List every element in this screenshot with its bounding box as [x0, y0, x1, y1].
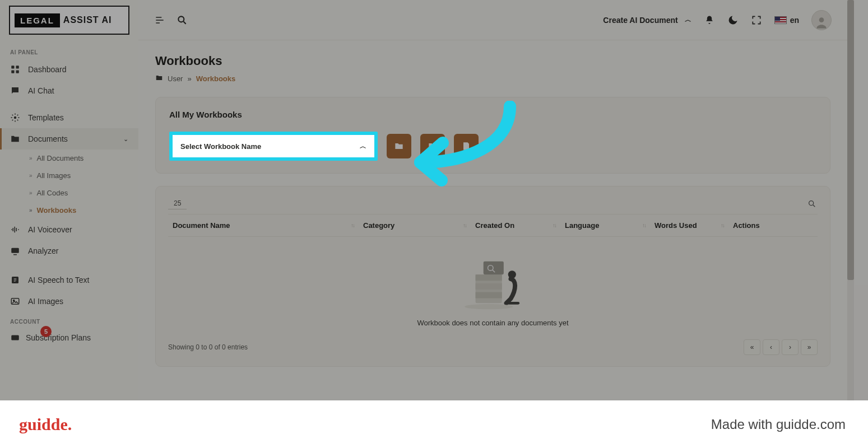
- workbook-action-1-button[interactable]: [387, 134, 411, 158]
- app-frame: LEGAL ASSIST AI AI PANEL Dashboard AI Ch…: [0, 0, 847, 400]
- th-doc-name-label: Document Name: [173, 221, 230, 230]
- showing-entries-text: Showing 0 to 0 of 0 entries: [168, 343, 248, 351]
- dark-mode-icon[interactable]: [727, 15, 739, 26]
- workbook-action-3-button[interactable]: [454, 134, 479, 158]
- workbooks-card: All My Workbooks Select Workbook Name ︿: [155, 97, 830, 174]
- svg-rect-1: [16, 66, 19, 68]
- th-doc-name[interactable]: Document Name↑↓: [168, 221, 359, 230]
- page-next-button[interactable]: ›: [782, 339, 799, 355]
- speech-icon: [10, 275, 20, 285]
- th-actions-label: Actions: [733, 221, 760, 230]
- empty-state-text: Workbook does not contain any documents …: [417, 319, 568, 327]
- brand-left: LEGAL: [15, 13, 60, 27]
- th-created-on-label: Created On: [475, 221, 514, 230]
- section-ai-panel: AI PANEL: [0, 43, 138, 59]
- th-words-used[interactable]: Words Used↑↓: [650, 221, 728, 230]
- nav-dashboard-label: Dashboard: [28, 65, 128, 74]
- table-search-icon[interactable]: [806, 198, 818, 209]
- nav-templates-label: Templates: [28, 113, 128, 122]
- subnav-all-images-label: All Images: [37, 171, 71, 180]
- svg-point-10: [178, 16, 184, 22]
- subnav-all-documents[interactable]: » All Documents: [29, 150, 138, 167]
- svg-rect-2: [11, 71, 14, 73]
- table-header: Document Name↑↓ Category↑↓ Created On↑↓ …: [168, 214, 818, 237]
- subnav-all-documents-label: All Documents: [37, 154, 84, 162]
- subnav-all-codes[interactable]: » All Codes: [29, 184, 138, 202]
- sort-icon: ↑↓: [463, 222, 466, 228]
- guidde-made-with: Made with guidde.com: [711, 417, 846, 432]
- chevron-up-icon: ︿: [685, 15, 691, 25]
- subnav-all-images[interactable]: » All Images: [29, 167, 138, 184]
- subscription-icon: [10, 333, 20, 343]
- breadcrumb: User » Workbooks: [155, 74, 830, 83]
- brand-logo[interactable]: LEGAL ASSIST AI: [9, 6, 129, 35]
- raquo-icon: »: [29, 207, 33, 213]
- nav-templates[interactable]: Templates: [0, 107, 138, 128]
- voice-icon: [10, 225, 20, 235]
- sidebar: LEGAL ASSIST AI AI PANEL Dashboard AI Ch…: [0, 0, 138, 400]
- nav-ai-images[interactable]: AI Images: [0, 291, 138, 312]
- dashboard-icon: [10, 64, 20, 74]
- svg-rect-15: [475, 283, 502, 290]
- guidde-logo: guidde.: [19, 415, 72, 434]
- nav-dashboard[interactable]: Dashboard: [0, 59, 138, 80]
- create-ai-document-label: Create AI Document: [603, 16, 677, 25]
- page-body: Workbooks User » Workbooks All My Workbo…: [138, 40, 847, 380]
- main-area: Create AI Document ︿ en: [138, 0, 847, 400]
- language-picker[interactable]: en: [774, 16, 799, 25]
- menu-toggle-icon[interactable]: [154, 15, 165, 26]
- th-language[interactable]: Language↑↓: [560, 221, 650, 230]
- nav-ai-images-label: AI Images: [28, 297, 128, 306]
- empty-state: Workbook does not contain any documents …: [168, 237, 818, 332]
- language-code: en: [790, 16, 799, 25]
- nav-ai-speech[interactable]: AI Speech to Text: [0, 269, 138, 291]
- create-ai-document-button[interactable]: Create AI Document ︿: [603, 15, 691, 25]
- svg-point-12: [809, 200, 814, 205]
- th-created-on[interactable]: Created On↑↓: [471, 221, 560, 230]
- th-category-label: Category: [363, 221, 394, 230]
- th-language-label: Language: [565, 221, 599, 230]
- nav-documents-label: Documents: [28, 134, 115, 143]
- breadcrumb-user[interactable]: User: [168, 74, 183, 83]
- page-last-button[interactable]: »: [801, 339, 818, 355]
- nav-subscription[interactable]: Subscription Plans 5: [0, 328, 138, 343]
- avatar[interactable]: [811, 10, 832, 30]
- bell-icon[interactable]: [704, 15, 715, 26]
- subnav-all-codes-label: All Codes: [37, 189, 68, 197]
- nav-ai-voiceover[interactable]: AI Voiceover: [0, 219, 138, 240]
- nav-analyzer[interactable]: Analyzer: [0, 240, 138, 262]
- breadcrumb-current: Workbooks: [196, 74, 236, 83]
- documents-submenu: » All Documents » All Images » All Codes…: [0, 150, 138, 219]
- chevron-down-icon: ⌄: [123, 136, 128, 143]
- svg-rect-0: [11, 66, 14, 68]
- section-account: ACCOUNT: [0, 312, 138, 328]
- page-size-select[interactable]: 25: [168, 198, 187, 209]
- th-words-used-label: Words Used: [655, 221, 697, 230]
- nav-documents[interactable]: Documents ⌄: [0, 128, 138, 150]
- scrollbar-thumb[interactable]: [847, 0, 854, 280]
- th-category[interactable]: Category↑↓: [359, 221, 471, 230]
- select-workbook-dropdown[interactable]: Select Workbook Name ︿: [173, 135, 374, 157]
- images-icon: [10, 296, 20, 306]
- breadcrumb-sep: »: [187, 74, 191, 83]
- svg-point-4: [14, 116, 17, 119]
- workbook-action-2-button[interactable]: [420, 134, 445, 158]
- page-prev-button[interactable]: ‹: [763, 339, 779, 355]
- page-first-button[interactable]: «: [744, 339, 760, 355]
- nav-subscription-label: Subscription Plans: [26, 333, 91, 342]
- svg-rect-14: [475, 274, 502, 281]
- sort-icon: ↑↓: [721, 222, 724, 228]
- svg-rect-5: [11, 248, 19, 253]
- svg-point-20: [464, 304, 512, 309]
- folder-icon: [10, 134, 20, 144]
- page-title: Workbooks: [155, 54, 830, 68]
- nav-ai-chat[interactable]: AI Chat: [0, 80, 138, 101]
- analyzer-icon: [10, 246, 20, 256]
- fullscreen-icon[interactable]: [751, 15, 762, 26]
- select-workbook-placeholder: Select Workbook Name: [180, 142, 261, 151]
- search-icon[interactable]: [177, 15, 188, 26]
- subnav-workbooks-label: Workbooks: [37, 206, 77, 214]
- workbooks-card-title: All My Workbooks: [169, 110, 816, 119]
- subscription-badge: 5: [40, 326, 52, 337]
- subnav-workbooks[interactable]: » Workbooks: [29, 202, 138, 219]
